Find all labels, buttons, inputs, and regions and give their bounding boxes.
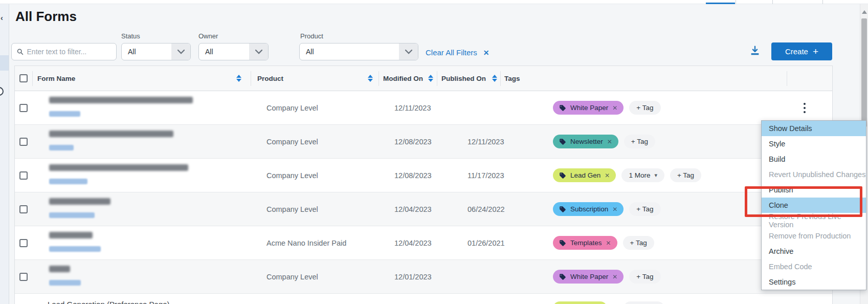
row-actions-kebab-icon[interactable] [802,101,808,115]
tag-label: Templates [570,239,602,247]
sort-icon[interactable] [236,75,241,82]
status-filter-value: All [122,48,136,56]
cell-product: Company Level [266,205,318,213]
collapsed-sidebar[interactable]: ‹ [0,4,9,304]
row-checkbox[interactable] [19,138,28,146]
sort-icon[interactable] [428,75,433,82]
owner-filter-select[interactable]: All [198,43,269,60]
menu-item-show-details[interactable]: Show Details [762,121,866,136]
column-header-modified-on[interactable]: Modified On [383,75,423,82]
caret-down-icon: ▾ [654,172,657,179]
form-name-redacted[interactable] [49,266,70,272]
tags-cell: Subscription✕+ Tag [553,192,661,226]
remove-tag-icon[interactable]: ✕ [612,273,617,280]
tag-chip[interactable]: Templates✕ [553,236,617,250]
tag-chip[interactable]: Newsletter✕ [553,135,618,148]
tags-cell: White Paper✕+ Tag [553,91,661,124]
active-tab-underline [706,3,735,4]
sort-icon[interactable] [492,75,497,82]
form-name-redacted[interactable] [49,164,188,171]
add-tag-label: + Tag [636,273,653,280]
chevron-down-icon [249,44,268,60]
column-separator [379,71,379,86]
chevron-down-icon [399,44,418,60]
tag-icon [559,138,566,145]
sort-icon[interactable] [368,75,373,82]
table-row: Company Level12/11/2023White Paper✕+ Tag [15,91,832,125]
clear-filters-x-icon[interactable]: ✕ [483,49,489,57]
tag-label: Subscription [570,205,608,213]
status-filter-select[interactable]: All [121,43,191,60]
tag-chip[interactable]: White Paper✕ [553,270,624,284]
tab-separator [772,0,773,4]
form-name-redacted[interactable] [49,232,93,238]
create-button[interactable]: Create + [771,42,832,60]
add-tag-button[interactable]: + Tag [670,168,701,182]
column-header-form-name[interactable]: Form Name [37,75,75,82]
add-tag-button[interactable]: + Tag [624,135,655,148]
form-link-redacted[interactable] [49,212,95,218]
row-checkbox[interactable] [19,273,28,281]
remove-tag-icon[interactable]: ✕ [606,240,611,247]
remove-tag-icon[interactable]: ✕ [607,138,612,145]
menu-item-build[interactable]: Build [762,151,866,167]
chevron-down-icon [171,44,190,60]
tag-chip[interactable]: Lead Gen✕ [553,168,616,182]
search-input[interactable] [27,48,111,56]
product-filter-select[interactable]: All [299,43,418,60]
row-checkbox[interactable] [19,171,28,180]
menu-item-archive[interactable]: Archive [762,244,866,259]
menu-item-remove-from-production: Remove from Production [762,228,866,244]
menu-item-style[interactable]: Style [762,136,866,151]
remove-tag-icon[interactable]: ✕ [605,172,610,179]
more-tags-dropdown[interactable]: 1 More▾ [621,168,664,182]
clear-all-filters-link[interactable]: Clear All Filters ✕ [426,48,489,57]
status-filter-label: Status [121,32,140,40]
export-button[interactable] [748,44,762,58]
form-name-redacted[interactable] [49,198,110,205]
tag-chip[interactable]: White Paper✕ [553,101,624,115]
cell-published-on: 12/11/2023 [468,138,504,146]
select-all-checkbox[interactable] [19,74,28,82]
row-checkbox[interactable] [19,104,28,112]
form-link-redacted[interactable] [49,179,87,184]
download-icon [749,45,761,56]
form-name-redacted[interactable] [49,131,173,137]
table-row: Lead Generation (Preference Page) [15,294,832,304]
form-link-redacted[interactable] [49,145,74,150]
column-header-product[interactable]: Product [257,75,283,82]
owner-filter-label: Owner [198,32,218,40]
clear-all-filters-label: Clear All Filters [426,48,477,57]
row-checkbox[interactable] [19,205,28,213]
cell-product: Acme Nano Insider Paid [266,239,346,247]
tag-label: Lead Gen [570,171,600,179]
table-row: Company Level12/04/202306/24/2022Subscri… [15,192,832,226]
cell-published-on: 11/17/2023 [468,171,504,180]
column-separator [500,71,501,86]
remove-tag-icon[interactable]: ✕ [612,206,617,213]
add-tag-label: + Tag [636,104,653,112]
form-name-redacted[interactable] [49,97,193,103]
add-tag-button[interactable]: + Tag [629,202,660,216]
column-header-tags: Tags [504,75,520,82]
add-tag-label: + Tag [630,239,647,247]
tag-chip[interactable]: Subscription✕ [553,202,624,216]
filter-search[interactable] [11,43,117,60]
tag-icon [559,273,566,280]
sidebar-collapse-icon[interactable]: ‹ [1,13,3,22]
tag-icon [559,172,566,179]
menu-item-embed-code: Embed Code [762,259,866,274]
scroll-up-arrow[interactable] [862,10,867,14]
column-header-published-on[interactable]: Published On [441,75,486,82]
add-tag-button[interactable]: + Tag [629,101,660,115]
menu-item-settings[interactable]: Settings [762,274,866,290]
add-tag-button[interactable]: + Tag [623,236,654,250]
cell-modified-on: 12/04/2023 [394,205,432,213]
add-tag-button[interactable]: + Tag [629,270,660,284]
remove-tag-icon[interactable]: ✕ [612,104,617,112]
form-link-redacted[interactable] [49,246,101,252]
form-link-redacted[interactable] [49,111,80,117]
scrollbar-thumb[interactable] [861,18,867,127]
row-checkbox[interactable] [19,239,28,247]
form-link-redacted[interactable] [49,280,81,286]
